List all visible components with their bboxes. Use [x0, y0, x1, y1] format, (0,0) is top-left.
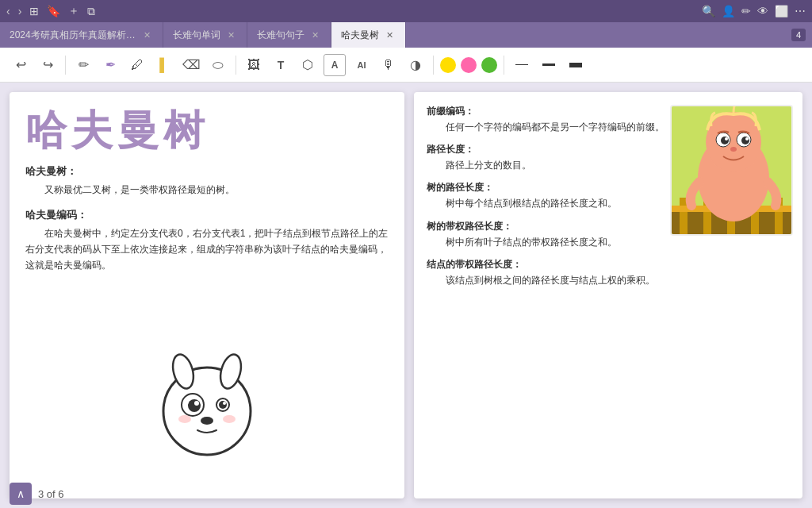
svg-point-9 [201, 417, 213, 425]
tab-vocabulary-label: 长难句单词 [173, 29, 220, 42]
search-icon[interactable]: 🔍 [702, 5, 715, 17]
add-tab-icon[interactable]: ＋ [68, 4, 79, 18]
cartoon-illustration [144, 340, 270, 483]
tab-huffman-close[interactable]: ✕ [384, 29, 396, 41]
svg-point-21 [706, 112, 761, 172]
line-thin[interactable] [511, 54, 533, 76]
main-content: 哈夫曼树 哈夫曼树： 又称最优二叉树，是一类带权路径最短的树。 哈夫曼编码： 在… [0, 83, 812, 508]
layout-icon[interactable]: ⧉ [87, 5, 95, 18]
left-page: 哈夫曼树 哈夫曼树： 又称最优二叉树，是一类带权路径最短的树。 哈夫曼编码： 在… [10, 92, 404, 498]
toolbar-sep-2 [236, 56, 236, 75]
weighted-path-text: 树中所有叶子结点的带权路径长度之和。 [427, 235, 790, 250]
page-num-badge: 4 [791, 29, 806, 41]
tab-kaoyan[interactable]: 2024考研真相历年真题解析2010-2... ✕ [0, 22, 163, 48]
grid-icon[interactable]: ⊞ [29, 5, 39, 17]
svg-point-5 [194, 401, 199, 406]
redo-button[interactable]: ↪ [36, 54, 59, 76]
ai-tool[interactable]: AI [350, 54, 373, 76]
page-indicator: 3 of 6 [38, 488, 64, 500]
current-page: 3 [38, 488, 44, 500]
svg-point-24 [721, 137, 729, 144]
svg-point-26 [725, 137, 728, 140]
text-tool[interactable]: T [270, 54, 292, 76]
right-page: 前缀编码： 任何一个字符的编码都不是另一个字符编码的前缀。 路径长度： 路径上分… [414, 92, 802, 498]
page-up-icon: ∧ [17, 487, 25, 500]
pen2-tool[interactable]: 🖊 [126, 54, 148, 76]
node-weighted-text: 该结点到树根之间的路径长度与结点上权的乘积。 [427, 273, 790, 288]
undo-button[interactable]: ↩ [10, 54, 32, 76]
node-weighted-label: 结点的带权路径长度： [427, 258, 790, 271]
image-tool[interactable]: 🖼 [243, 54, 265, 76]
svg-point-11 [223, 415, 236, 423]
sticker-tool[interactable]: ⬡ [297, 54, 319, 76]
shape-tool[interactable]: ◑ [404, 54, 427, 76]
of-text: of 6 [47, 488, 64, 500]
tab-kaoyan-label: 2024考研真相历年真题解析2010-2... [10, 29, 136, 42]
line-thick[interactable] [565, 54, 587, 76]
pen-tool-icon[interactable]: ✏ [741, 5, 751, 17]
color-yellow[interactable] [440, 57, 456, 73]
eye-icon[interactable]: 👁 [757, 5, 768, 17]
tab-vocabulary[interactable]: 长难句单词 ✕ [163, 22, 247, 48]
eraser-tool[interactable]: ⌫ [180, 54, 202, 76]
svg-point-10 [178, 415, 191, 423]
color-green[interactable] [481, 57, 497, 73]
toolbar-sep-1 [65, 56, 66, 75]
section1-heading: 哈夫曼树： [25, 164, 389, 179]
tab-sentences-label: 长难句句子 [257, 29, 304, 42]
topbar: ‹ › ⊞ 🔖 ＋ ⧉ 🔍 👤 ✏ 👁 ⬜ ⋯ [0, 0, 812, 22]
svg-point-28 [730, 147, 737, 152]
section2-text: 在哈夫曼树中，约定左分支代表0，右分支代表1，把叶子结点到根节点路径上的左右分支… [25, 225, 389, 274]
svg-point-8 [223, 402, 226, 405]
tab-sentences-close[interactable]: ✕ [309, 29, 321, 41]
color-pink[interactable] [461, 57, 477, 73]
toolbar-sep-4 [504, 56, 504, 75]
tabbar: 2024考研真相历年真题解析2010-2... ✕ 长难句单词 ✕ 长难句句子 … [0, 22, 812, 48]
tab-kaoyan-close[interactable]: ✕ [141, 29, 153, 41]
highlighter-tool[interactable]: ▌ [153, 54, 175, 76]
tab-sentences[interactable]: 长难句句子 ✕ [247, 22, 331, 48]
character-image [670, 105, 793, 236]
pen-tool[interactable]: ✒ [99, 54, 121, 76]
lasso-tool[interactable]: ⬭ [207, 54, 229, 76]
nav-forward-icon[interactable]: › [18, 5, 22, 17]
more-icon[interactable]: ⋯ [795, 5, 806, 17]
tablet-icon[interactable]: ⬜ [775, 5, 788, 17]
page-title: 哈夫曼树 [25, 108, 389, 153]
page-up-button[interactable]: ∧ [10, 483, 32, 505]
svg-point-27 [745, 137, 749, 140]
right-section-node-weighted: 结点的带权路径长度： 该结点到树根之间的路径长度与结点上权的乘积。 [427, 258, 790, 288]
textbox-tool[interactable]: A [324, 54, 346, 76]
section2-heading: 哈夫曼编码： [25, 208, 389, 222]
svg-point-7 [219, 401, 227, 409]
statusbar: ∧ 3 of 6 [0, 479, 74, 508]
tab-huffman-label: 哈夫曼树 [341, 29, 379, 42]
bookmark-icon[interactable]: 🔖 [47, 5, 60, 17]
svg-point-4 [188, 399, 201, 412]
tab-vocabulary-close[interactable]: ✕ [225, 29, 237, 41]
toolbar: ↩ ↪ ✏ ✒ 🖊 ▌ ⌫ ⬭ 🖼 T ⬡ A AI 🎙 ◑ [0, 48, 812, 83]
tab-huffman[interactable]: 哈夫曼树 ✕ [331, 22, 406, 48]
svg-point-25 [741, 137, 749, 144]
profile-icon[interactable]: 👤 [722, 5, 735, 17]
section1-text: 又称最优二叉树，是一类带权路径最短的树。 [25, 182, 389, 198]
line-medium[interactable] [538, 54, 560, 76]
toolbar-sep-3 [433, 56, 434, 75]
mic-tool[interactable]: 🎙 [377, 54, 400, 76]
nav-back-icon[interactable]: ‹ [6, 5, 10, 17]
pencil-tool[interactable]: ✏ [72, 54, 94, 76]
